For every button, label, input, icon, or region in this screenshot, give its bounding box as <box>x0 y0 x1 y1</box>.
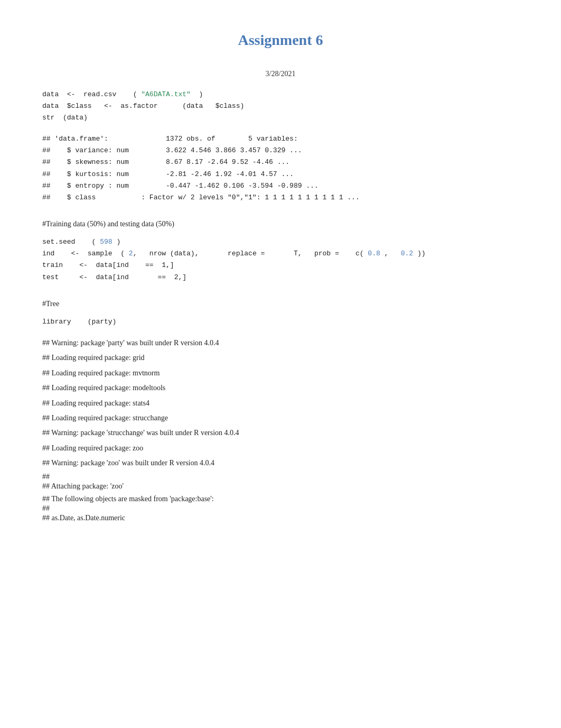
warning-line: ## Warning: package 'party' was built un… <box>42 337 519 349</box>
warning-line: ## Loading required package: zoo <box>42 443 519 454</box>
masked-lines: ## The following objects are masked from… <box>42 495 519 522</box>
warnings-container: ## Warning: package 'party' was built un… <box>42 337 519 469</box>
code-library: library (party) <box>42 316 519 328</box>
masked-line: ## as.Date, as.Date.numeric <box>42 514 519 522</box>
warning-line: ## Loading required package: strucchange <box>42 412 519 424</box>
masked-line: ## <box>42 504 519 513</box>
warning-line: ## Warning: package 'strucchange' was bu… <box>42 427 519 439</box>
output-line: ## 'data.frame': 1372 obs. of 5 variable… <box>42 133 519 145</box>
masked-line: ## The following objects are masked from… <box>42 495 519 503</box>
code-block-1: data <- read.csv ( "A6DATA.txt" ) data $… <box>42 89 519 124</box>
code-line-ind: ind <- sample ( 2, nrow (data), replace … <box>42 248 519 260</box>
code-line-1: data <- read.csv ( "A6DATA.txt" ) <box>42 90 203 98</box>
code-line-setseed: set.seed ( 598 ) <box>42 236 519 248</box>
output-line: ## $ variance: num 3.622 4.546 3.866 3.4… <box>42 145 519 156</box>
zoo-attach-line: ## Attaching package: 'zoo' <box>42 482 519 491</box>
date-line: 3/28/2021 <box>42 70 519 78</box>
warning-line: ## Loading required package: stats4 <box>42 398 519 409</box>
warning-line: ## Loading required package: modeltools <box>42 382 519 394</box>
page-title: Assignment 6 <box>42 32 519 49</box>
warning-line: ## Warning: package 'zoo' was built unde… <box>42 457 519 469</box>
output-line: ## $ kurtosis: num -2.81 -2.46 1.92 -4.0… <box>42 169 519 180</box>
zoo-attach: #### Attaching package: 'zoo' <box>42 473 519 491</box>
code-block-2: set.seed ( 598 )ind <- sample ( 2, nrow … <box>42 236 519 283</box>
code-line-train: train <- data[ind == 1,] <box>42 260 519 271</box>
zoo-attach-line: ## <box>42 473 519 481</box>
warning-line: ## Loading required package: grid <box>42 352 519 364</box>
output-line: ## $ skewness: num 8.67 8.17 -2.64 9.52 … <box>42 156 519 168</box>
code-line-test: test <- data[ind == 2,] <box>42 272 519 283</box>
code-line-2: data $class <- as.factor (data $class) <box>42 102 244 110</box>
tree-comment: #Tree <box>42 298 519 310</box>
code-line-3: str (data) <box>42 114 88 122</box>
output-line: ## $ class : Factor w/ 2 levels "0","1":… <box>42 192 519 204</box>
output-block-1: ## 'data.frame': 1372 obs. of 5 variable… <box>42 133 519 204</box>
warning-line: ## Loading required package: mvtnorm <box>42 367 519 379</box>
output-line: ## $ entropy : num -0.447 -1.462 0.106 -… <box>42 180 519 192</box>
training-comment: #Training data (50%) and testing data (5… <box>42 218 519 230</box>
